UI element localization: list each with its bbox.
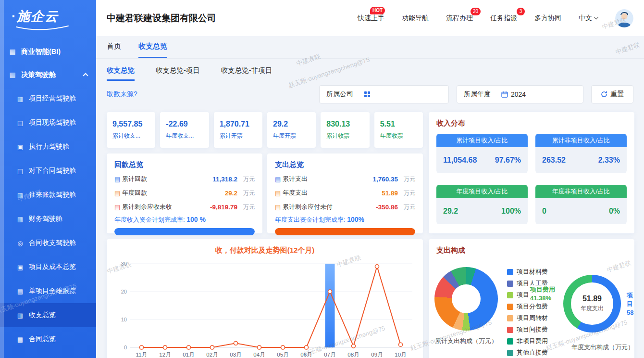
trend-chart[interactable]: 010203011月12月01月02月03月04月05月06月07月08月09月… xyxy=(113,258,416,358)
donut-center-label: 年度支出 xyxy=(581,305,604,313)
document-icon: ▤ xyxy=(114,190,122,197)
subtab-project[interactable]: 收支总览-项目 xyxy=(156,60,200,81)
sidebar-item-project-site[interactable]: ▤项目现场驾驶舱 xyxy=(0,111,96,135)
income-box-annual-project[interactable]: 年度项目收入/占比29.2100% xyxy=(436,185,528,224)
svg-text:05月: 05月 xyxy=(277,352,288,358)
summary-row: ▤累计剩余应付未付-350.86万元 xyxy=(275,203,415,211)
tab-income-expense[interactable]: 收支总览 xyxy=(138,36,167,58)
row-label: 年度支出 xyxy=(283,189,308,197)
cumulative-expense-donut-chart[interactable] xyxy=(434,267,498,331)
legend-swatch xyxy=(507,281,513,287)
legend-item[interactable]: 非项目费用 xyxy=(507,335,548,347)
progress-fill xyxy=(114,228,255,235)
svg-text:01月: 01月 xyxy=(183,352,194,358)
page-tab-bar: 首页 收支总览 xyxy=(96,36,644,59)
row-unit: 万元 xyxy=(237,203,255,211)
document-icon: ▤ xyxy=(16,288,24,295)
legend-label: 项目周转材 xyxy=(517,314,548,322)
nav-collaboration[interactable]: 多方协同 xyxy=(534,14,561,23)
sidebar-item-income-expense[interactable]: ▥收支总览 xyxy=(0,303,96,327)
svg-text:06月: 06月 xyxy=(300,352,312,358)
summary-row: ▤累计剩余应收未收-9,819.79万元 xyxy=(114,203,255,211)
legend-label: 项目材料费 xyxy=(517,268,548,276)
stat-card-annual-balance[interactable]: -22.69年度收支... xyxy=(160,112,209,148)
right-column: 收入分布 累计项目收入/占比11,054.6897.67% 累计非项目收入/占比… xyxy=(429,112,634,358)
sidebar-item-project-operation[interactable]: ▦项目经营驾驶舱 xyxy=(0,87,96,111)
company-select[interactable]: 所属公司 xyxy=(319,85,449,103)
trend-chart-card: 收，付款对比及走势图(12个月) 010203011月12月01月02月03月0… xyxy=(107,239,423,358)
stat-card-cumulative-invoiced[interactable]: 1,870.71累计开票 xyxy=(214,112,262,148)
legend-swatch xyxy=(507,269,513,275)
data-source-link[interactable]: 取数来源? xyxy=(107,90,137,99)
sidebar-item-finance[interactable]: ▦财务驾驶舱 xyxy=(0,207,96,231)
subtab-non-project[interactable]: 收支总览-非项目 xyxy=(221,60,272,81)
legend-item[interactable]: 其他直接费 xyxy=(507,347,548,358)
reset-button[interactable]: 重置 xyxy=(591,85,633,103)
sidebar-group-label: 决策驾驶舱 xyxy=(21,70,56,79)
top-nav: HOT快速上手 功能导航 20流程办理 3任务指派 多方协同 中文 xyxy=(358,9,633,27)
app-logo: ·施企云 xyxy=(0,0,96,40)
nav-quick-start[interactable]: HOT快速上手 xyxy=(358,14,384,23)
income-box-header: 累计项目收入/占比 xyxy=(436,134,528,147)
nav-language-select[interactable]: 中文 xyxy=(579,14,598,23)
sidebar-menu: ▦项目经营驾驶舱 ▤项目现场驾驶舱 ▣执行力驾驶舱 ▤对下合同驾驶舱 ▥往来账款… xyxy=(0,87,96,351)
svg-text:10: 10 xyxy=(121,317,127,322)
sidebar-item-contract-io[interactable]: ◎合同收支驾驶舱 xyxy=(0,231,96,255)
nav-function-guide[interactable]: 功能导航 xyxy=(402,14,429,23)
payment-progress-bar xyxy=(275,228,415,235)
stat-card-cumulative-balance[interactable]: 9,557.85累计收支... xyxy=(107,112,155,148)
nav-task-assign[interactable]: 3任务指派 xyxy=(490,14,517,23)
legend-item[interactable]: 项目间接费 xyxy=(507,324,548,335)
row-label: 累计剩余应收未收 xyxy=(122,203,172,211)
rate-value: 100 % xyxy=(186,216,206,223)
donut-callout-green: 项目费用 41.38% xyxy=(529,285,557,303)
sidebar-item-label: 项目现场驾驶舱 xyxy=(29,118,76,127)
annual-expense-donut-chart[interactable]: 51.89 年度支出 xyxy=(563,275,621,332)
income-box-annual-nonproject[interactable]: 年度非项目收入/占比00% xyxy=(535,185,627,224)
grid-icon xyxy=(364,91,371,98)
calendar-icon xyxy=(501,91,508,98)
sidebar-item-bi[interactable]: ▦ 商业智能(BI) xyxy=(0,40,96,63)
collection-summary-panel: 回款总览 ▤累计回款11,318.2万元 ▤年度回款29.2万元 ▤累计剩余应收… xyxy=(107,153,262,233)
count-badge: 3 xyxy=(517,8,525,15)
user-avatar[interactable] xyxy=(615,9,633,27)
legend-item[interactable]: 项目周转材 xyxy=(507,312,548,324)
nav-label: 任务指派 xyxy=(490,14,517,23)
row-unit: 万元 xyxy=(398,203,415,211)
document-icon: ▤ xyxy=(275,204,283,211)
income-pct: 97.67% xyxy=(495,156,521,165)
stat-card-annual-received[interactable]: 5.51年度收票 xyxy=(374,112,423,148)
sidebar-item-project-cost[interactable]: ▣项目及成本总览 xyxy=(0,255,96,279)
sidebar-item-execution[interactable]: ▣执行力驾驶舱 xyxy=(0,135,96,159)
stat-label: 年度收票 xyxy=(380,132,403,140)
donut-center-value: 51.89 xyxy=(582,294,602,303)
sidebar-item-accounts[interactable]: ▥往来账款驾驶舱 xyxy=(0,183,96,207)
grid-icon: ▦ xyxy=(9,48,16,55)
year-select[interactable]: 所属年度 2024 xyxy=(457,85,583,103)
chevron-down-icon xyxy=(594,15,599,20)
expense-legend: 项目材料费 项目人工费 项目费用 项目分包费 项目周转材 项目间接费 非项目费用… xyxy=(507,266,548,358)
stat-card-annual-invoiced[interactable]: 29.2年度开票 xyxy=(267,112,316,148)
income-box-cumulative-nonproject[interactable]: 累计非项目收入/占比263.522.33% xyxy=(535,134,627,173)
sidebar-item-contract-overview[interactable]: ▤合同总览 xyxy=(0,327,96,351)
tab-home[interactable]: 首页 xyxy=(107,36,121,58)
logo-underline-swoosh xyxy=(14,25,72,32)
card-title: 收入分布 xyxy=(436,119,627,128)
income-box-header: 年度非项目收入/占比 xyxy=(535,185,627,198)
sidebar-item-subcontract[interactable]: ▤对下合同驾驶舱 xyxy=(0,159,96,183)
sidebar-group-cockpit[interactable]: ▦ 决策驾驶舱 xyxy=(0,63,96,87)
income-box-cumulative-project[interactable]: 累计项目收入/占比11,054.6897.67% xyxy=(436,134,528,173)
panel-title: 回款总览 xyxy=(114,160,255,169)
stat-value: 1,870.71 xyxy=(220,120,249,128)
donut-hole: 51.89 年度支出 xyxy=(571,282,613,325)
main-area: 中建君联建设集团有限公司 HOT快速上手 功能导航 20流程办理 3任务指派 多… xyxy=(96,0,644,358)
income-boxes: 累计项目收入/占比11,054.6897.67% 累计非项目收入/占比263.5… xyxy=(436,134,627,224)
company-select-label: 所属公司 xyxy=(326,90,353,99)
stat-card-cumulative-received[interactable]: 830.13累计收票 xyxy=(321,112,369,148)
subtab-overview[interactable]: 收支总览 xyxy=(107,60,135,81)
top-header: 中建君联建设集团有限公司 HOT快速上手 功能导航 20流程办理 3任务指派 多… xyxy=(96,0,644,36)
sidebar-item-single-project[interactable]: ▤单项目全维跟踪 xyxy=(0,279,96,303)
nav-process-handling[interactable]: 20流程办理 xyxy=(446,14,473,23)
legend-item[interactable]: 项目材料费 xyxy=(507,266,548,278)
row-unit: 万元 xyxy=(237,175,255,183)
